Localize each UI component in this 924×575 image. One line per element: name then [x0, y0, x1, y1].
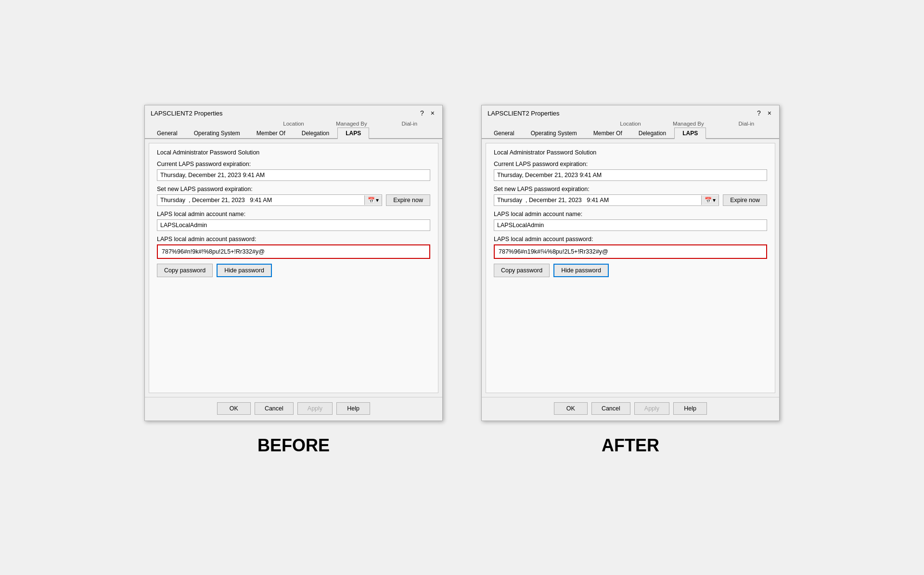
after-managed-by-label: Managed By [659, 121, 717, 127]
after-tab-laps[interactable]: LAPS [674, 128, 706, 139]
after-dialog-content: Local Administrator Password Solution Cu… [486, 143, 775, 393]
after-titlebar-controls: ? × [755, 109, 773, 117]
before-apply-button[interactable]: Apply [297, 402, 333, 415]
before-calendar-dropdown: ▾ [376, 197, 379, 204]
before-close-button[interactable]: × [429, 109, 436, 117]
before-dialog-title: LAPSCLIENT2 Properties [151, 110, 223, 117]
before-managed-by-label: Managed By [322, 121, 380, 127]
before-dialog: LAPSCLIENT2 Properties ? × Location Mana… [144, 105, 443, 421]
after-dialog-footer: OK Cancel Apply Help [482, 397, 779, 421]
after-location-label: Location [602, 121, 659, 127]
before-account-name-value: LAPSLocalAdmin [157, 219, 430, 231]
after-tab-area: General Operating System Member Of Deleg… [482, 127, 779, 139]
before-hide-password-button[interactable]: Hide password [217, 264, 272, 277]
after-tab-general[interactable]: General [486, 128, 523, 139]
after-new-expiration-label: Set new LAPS password expiration: [494, 186, 767, 192]
before-new-expiration-label: Set new LAPS password expiration: [157, 186, 430, 192]
after-panel: LAPSCLIENT2 Properties ? × Location Mana… [481, 105, 780, 456]
calendar-icon: 📅 [368, 197, 375, 204]
before-new-expiration-row: 📅 ▾ Expire now [157, 194, 430, 206]
before-expiration-label: Current LAPS password expiration: [157, 161, 430, 167]
after-tab-section-labels: Location Managed By Dial-in [482, 120, 779, 127]
after-dial-in-label: Dial-in [718, 121, 775, 127]
before-titlebar-controls: ? × [418, 109, 436, 117]
before-location-label: Location [265, 121, 322, 127]
before-tab-row: General Operating System Member Of Deleg… [149, 127, 438, 138]
after-titlebar: LAPSCLIENT2 Properties ? × [482, 105, 779, 120]
before-tab-delegation[interactable]: Delegation [294, 128, 337, 139]
before-titlebar: LAPSCLIENT2 Properties ? × [145, 105, 442, 120]
after-cancel-button[interactable]: Cancel [591, 402, 630, 415]
after-tab-os[interactable]: Operating System [523, 128, 585, 139]
before-section-title: Local Administrator Password Solution [157, 149, 430, 156]
calendar-icon: 📅 [705, 197, 712, 204]
after-label: AFTER [602, 435, 659, 456]
after-expire-now-button[interactable]: Expire now [723, 194, 767, 206]
after-ok-button[interactable]: OK [554, 402, 588, 415]
after-date-field[interactable]: 📅 ▾ [494, 194, 719, 206]
before-calendar-button[interactable]: 📅 ▾ [364, 195, 382, 205]
after-new-expiration-row: 📅 ▾ Expire now [494, 194, 767, 206]
before-date-input[interactable] [157, 195, 364, 205]
before-label: BEFORE [257, 435, 330, 456]
after-calendar-dropdown: ▾ [713, 197, 716, 204]
before-account-name-label: LAPS local admin account name: [157, 211, 430, 217]
after-hide-password-button[interactable]: Hide password [553, 264, 609, 277]
after-calendar-button[interactable]: 📅 ▾ [701, 195, 719, 205]
before-btn-row: Copy password Hide password [157, 264, 430, 277]
after-dialog: LAPSCLIENT2 Properties ? × Location Mana… [481, 105, 780, 421]
before-password-input[interactable] [158, 245, 429, 258]
after-close-button[interactable]: × [766, 109, 773, 117]
before-dialog-footer: OK Cancel Apply Help [145, 397, 442, 421]
before-copy-password-button[interactable]: Copy password [157, 264, 213, 277]
before-dialog-content: Local Administrator Password Solution Cu… [149, 143, 438, 393]
after-password-wrapper [494, 244, 767, 259]
before-dial-in-label: Dial-in [381, 121, 438, 127]
after-date-input[interactable] [494, 195, 701, 205]
before-ok-button[interactable]: OK [217, 402, 251, 415]
after-help-button[interactable]: ? [755, 109, 763, 117]
before-expiration-value: Thursday, December 21, 2023 9:41 AM [157, 169, 430, 181]
after-tab-row: General Operating System Member Of Deleg… [486, 127, 775, 138]
before-expire-now-button[interactable]: Expire now [386, 194, 430, 206]
before-help-button[interactable]: ? [418, 109, 426, 117]
before-tab-area: General Operating System Member Of Deleg… [145, 127, 442, 139]
comparison-wrapper: LAPSCLIENT2 Properties ? × Location Mana… [144, 105, 780, 456]
after-tab-delegation[interactable]: Delegation [630, 128, 674, 139]
after-dialog-title: LAPSCLIENT2 Properties [488, 110, 560, 117]
before-tab-member[interactable]: Member Of [248, 128, 294, 139]
after-tab-member[interactable]: Member Of [585, 128, 630, 139]
after-copy-password-button[interactable]: Copy password [494, 264, 550, 277]
before-date-field[interactable]: 📅 ▾ [157, 194, 382, 206]
before-password-wrapper [157, 244, 430, 259]
after-expiration-label: Current LAPS password expiration: [494, 161, 767, 167]
before-tab-general[interactable]: General [149, 128, 186, 139]
before-help-footer-button[interactable]: Help [336, 402, 370, 415]
before-tab-section-labels: Location Managed By Dial-in [145, 120, 442, 127]
before-tab-os[interactable]: Operating System [186, 128, 248, 139]
after-password-input[interactable] [495, 245, 766, 258]
after-apply-button[interactable]: Apply [634, 402, 669, 415]
after-account-name-label: LAPS local admin account name: [494, 211, 767, 217]
after-btn-row: Copy password Hide password [494, 264, 767, 277]
before-panel: LAPSCLIENT2 Properties ? × Location Mana… [144, 105, 443, 456]
after-help-footer-button[interactable]: Help [673, 402, 707, 415]
after-expiration-value: Thursday, December 21, 2023 9:41 AM [494, 169, 767, 181]
after-section-title: Local Administrator Password Solution [494, 149, 767, 156]
before-tab-laps[interactable]: LAPS [337, 128, 369, 139]
before-cancel-button[interactable]: Cancel [255, 402, 294, 415]
before-password-label: LAPS local admin account password: [157, 236, 430, 243]
after-account-name-value: LAPSLocalAdmin [494, 219, 767, 231]
after-password-label: LAPS local admin account password: [494, 236, 767, 243]
